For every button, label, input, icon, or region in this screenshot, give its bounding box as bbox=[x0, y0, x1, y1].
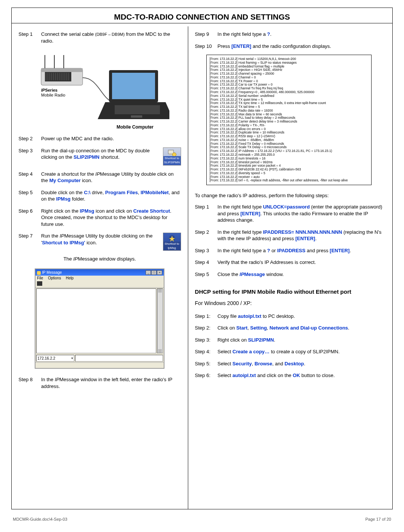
text: Connect the serial cable bbox=[41, 31, 95, 37]
right-column: Step 9 In the right field type a ?. Step… bbox=[188, 26, 392, 509]
text: Message window in the left field, enter … bbox=[41, 377, 172, 389]
text: . bbox=[348, 325, 350, 331]
command-input[interactable] bbox=[75, 355, 163, 362]
text: In the right field type a bbox=[218, 31, 267, 37]
link-network-dialup: Network and Dial-up Connections bbox=[270, 325, 348, 331]
text: . bbox=[270, 31, 272, 37]
text: . bbox=[304, 361, 306, 366]
menu-help[interactable]: Help bbox=[66, 276, 74, 280]
text: . bbox=[350, 248, 351, 253]
svg-text:Mobile Computer: Mobile Computer bbox=[117, 124, 154, 130]
link-desktop: Desktop bbox=[284, 361, 304, 366]
link-ipmsg-folder: IPMsg bbox=[56, 196, 71, 202]
step-10: Step 10 Press [ENTER] and the radio conf… bbox=[195, 43, 386, 50]
step-label: Step 7 bbox=[18, 233, 41, 251]
maximize-button[interactable]: □ bbox=[151, 270, 157, 275]
text: Power up the MDC and the radio. bbox=[41, 135, 181, 142]
step-label: Step 3 bbox=[195, 247, 218, 254]
close-button[interactable]: × bbox=[157, 270, 162, 275]
text: drive, bbox=[91, 190, 105, 195]
step-label: Step 3 bbox=[18, 147, 41, 166]
text: icon. bbox=[85, 240, 97, 245]
step-label: Step 6 bbox=[18, 208, 41, 228]
file-autoipl: autoipl.txt bbox=[238, 313, 261, 319]
text: Select bbox=[218, 373, 233, 378]
text: , bbox=[252, 361, 255, 366]
save-icon[interactable] bbox=[37, 281, 42, 286]
dhcp-step-6: Step 6: Select autoipl.txt and click on … bbox=[195, 372, 386, 379]
step-4: Step 4 Create a shortcut for the IPMessa… bbox=[18, 171, 181, 184]
footer-left: MDCMR-Guide.doc\4-Sep-03 bbox=[13, 517, 67, 521]
text: Right click on the bbox=[41, 208, 80, 214]
step-8: Step 8 In the IPMessage window in the le… bbox=[18, 376, 181, 389]
question-mark: ? bbox=[267, 31, 270, 37]
text: The bbox=[63, 256, 73, 262]
step-label: Step 5 bbox=[195, 271, 218, 278]
cmd-ipaddress: IPADDRESS= NNN.NNN.NNN.NNN bbox=[263, 229, 342, 235]
change-step-4: Step 4 Verify that the radio's IP Addres… bbox=[195, 259, 386, 266]
footer-right: Page 17 of 20 bbox=[365, 517, 391, 521]
ip-address-dropdown[interactable]: 172.16.2.2 bbox=[36, 355, 74, 362]
svg-text:Mobile Radio: Mobile Radio bbox=[41, 93, 65, 97]
link-shortcut-to-ipmsg: Shortcut to IPMsg' bbox=[42, 240, 85, 245]
link-slip2ipmn: SLIP2IPMN bbox=[248, 337, 274, 343]
ip-italic: IP bbox=[55, 377, 59, 382]
text: Click on bbox=[218, 325, 237, 331]
text: In the bbox=[41, 377, 55, 382]
link-security: Security bbox=[232, 361, 252, 366]
step-label: Step 2 bbox=[195, 229, 218, 242]
link-setting: Setting bbox=[250, 325, 267, 331]
step-2: Step 2 Power up the MDC and the radio. bbox=[18, 135, 181, 142]
link-ipmsg-icon: IPMsg bbox=[80, 208, 94, 214]
text: In the right field type bbox=[218, 229, 263, 235]
link-program-files: Program Files bbox=[105, 190, 138, 195]
dhcp-step-5: Step 5: Select Security, Browse, and Des… bbox=[195, 360, 386, 367]
menu-options[interactable]: Options bbox=[48, 276, 61, 280]
svg-rect-25 bbox=[131, 115, 142, 118]
minimize-button[interactable]: _ bbox=[146, 270, 151, 275]
text: or bbox=[270, 248, 277, 253]
left-column: Step 1 Connect the serial cable (DB9F – … bbox=[12, 26, 188, 509]
ok-button-ref: OK bbox=[293, 373, 300, 378]
slip2ipmn-shortcut-icon: Shortcut to SLIP2IPMN bbox=[163, 147, 181, 166]
step-label: Step 9 bbox=[195, 31, 218, 38]
text: folder. bbox=[71, 196, 85, 202]
radio-config-output: [From: 172.16.22.2] Host serial = 115200… bbox=[206, 55, 372, 185]
output-textarea[interactable] bbox=[36, 288, 156, 353]
text: Run the bbox=[41, 233, 60, 239]
db-spec: (DB9F – DB9M) bbox=[95, 32, 124, 37]
menu-file[interactable]: File bbox=[37, 276, 43, 280]
text: Press bbox=[218, 43, 232, 49]
text: Copy file bbox=[218, 313, 238, 319]
step-label: Step 3: bbox=[195, 337, 218, 343]
link-create-copy: Create a copy… bbox=[232, 349, 269, 354]
step-label: Step 8 bbox=[18, 376, 41, 389]
scrollbar[interactable] bbox=[157, 288, 163, 353]
text: to create a copy of SLIP2IPMN. bbox=[270, 349, 340, 354]
text: In the right field type a bbox=[218, 248, 267, 253]
text: Create a shortcut for the bbox=[41, 171, 95, 177]
link-start: Start bbox=[236, 325, 247, 331]
enter-key: [ENTER] bbox=[231, 43, 251, 49]
link-create-shortcut: Create Shortcut bbox=[133, 208, 170, 214]
window-titlebar: IP Message _□× bbox=[35, 269, 164, 276]
page-footer: MDCMR-Guide.doc\4-Sep-03 Page 17 of 20 bbox=[11, 509, 393, 521]
link-slip2ipmn: SLIP2IPMN bbox=[74, 154, 100, 160]
step-label: Step 10 bbox=[195, 43, 218, 50]
icon-caption: Shortcut to IpMsg bbox=[163, 242, 181, 251]
step-9: Step 9 In the right field type a ?. bbox=[195, 31, 386, 38]
text: icon. bbox=[81, 178, 92, 183]
step-3: Step 3 Shortcut to SLIP2IPMN Run the dia… bbox=[18, 147, 181, 166]
os-line: For Windows 2000 / XP: bbox=[195, 300, 386, 306]
step-6: Step 6 Right click on the IPMsg icon and… bbox=[18, 208, 181, 228]
page-title: MDC-TO-RADIO CONNECTION AND SETTINGS bbox=[12, 11, 392, 23]
text: and click on the bbox=[256, 373, 293, 378]
svg-rect-28 bbox=[169, 154, 173, 155]
step-label: Step 6: bbox=[195, 372, 218, 379]
icon-caption: Shortcut to SLIP2IPMN bbox=[163, 156, 181, 165]
text: . bbox=[274, 337, 275, 343]
window-title: IP Message bbox=[42, 270, 62, 274]
ipmsg-shortcut-icon: Shortcut to IpMsg bbox=[163, 233, 181, 251]
link-my-computer: My Computer bbox=[49, 178, 81, 183]
text: and press bbox=[306, 248, 330, 253]
